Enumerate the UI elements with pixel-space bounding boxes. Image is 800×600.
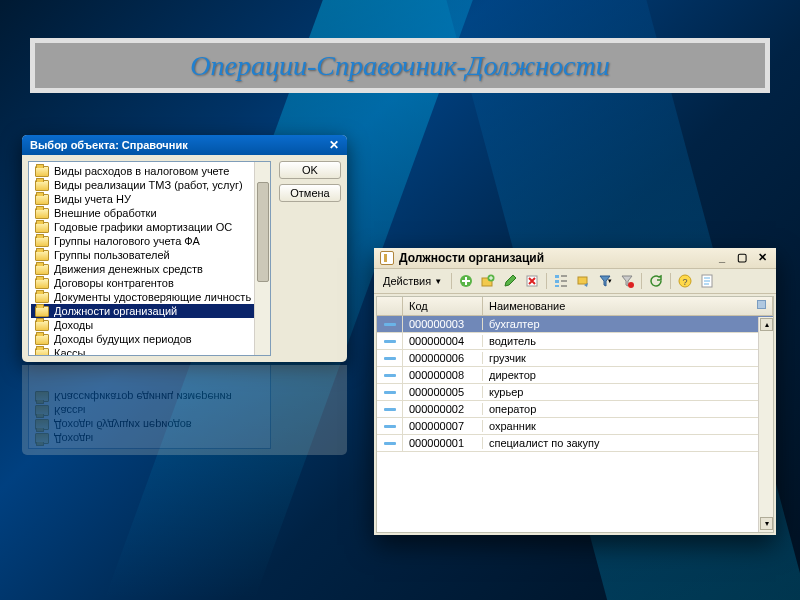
tree-item-label: Виды расходов в налоговом учете (54, 165, 229, 177)
actions-dropdown[interactable]: Действия ▼ (379, 273, 446, 289)
folder-icon (35, 208, 49, 219)
scroll-down-icon[interactable]: ▾ (760, 517, 773, 530)
chevron-down-icon: ▼ (434, 277, 442, 286)
folder-icon (35, 334, 49, 345)
tree-item-label: Договоры контрагентов (54, 277, 174, 289)
folder-icon (35, 292, 49, 303)
tree-item[interactable]: Группы пользователей (31, 248, 268, 262)
column-name[interactable]: Наименование (483, 297, 773, 315)
table-row[interactable]: 000000002оператор (377, 401, 773, 418)
refresh-icon[interactable] (647, 272, 665, 290)
row-marker-icon (384, 357, 396, 360)
tree-item[interactable]: Виды учета НУ (31, 192, 268, 206)
grid-scrollbar[interactable]: ▴ ▾ (758, 317, 773, 532)
row-marker-icon (384, 323, 396, 326)
tree-item-label: Кассы (54, 347, 85, 356)
tree-item[interactable]: Виды расходов в налоговом учете (31, 164, 268, 178)
positions-grid[interactable]: Код Наименование 000000003бухгалтер00000… (376, 296, 774, 533)
scroll-up-icon[interactable]: ▴ (760, 318, 773, 331)
svg-rect-5 (555, 280, 559, 283)
folder-icon (35, 264, 49, 275)
table-row[interactable]: 000000001специалист по закупу (377, 435, 773, 452)
svg-rect-6 (555, 285, 559, 287)
tree-item-label: Доходы будущих периодов (54, 333, 192, 345)
svg-rect-7 (578, 277, 587, 284)
tree-item-label: Доходы (54, 319, 93, 331)
select-object-dialog: Выбор объекта: Справочник ✕ Виды расходо… (22, 135, 347, 362)
filter-icon[interactable]: ▾ (596, 272, 614, 290)
tree-scrollbar[interactable] (254, 162, 270, 355)
folder-icon (35, 166, 49, 177)
tree-item[interactable]: Внешние обработки (31, 206, 268, 220)
tree-item[interactable]: Виды реализации ТМЗ (работ, услуг) (31, 178, 268, 192)
tree-item[interactable]: Кассы (31, 346, 268, 356)
positions-titlebar[interactable]: Должности организаций _ ▢ ✕ (374, 248, 776, 269)
hierarchy-icon[interactable] (552, 272, 570, 290)
column-code[interactable]: Код (403, 297, 483, 315)
cell-name: курьер (483, 386, 773, 398)
maximize-button[interactable]: ▢ (734, 251, 750, 265)
cancel-button[interactable]: Отмена (279, 184, 341, 202)
tree-item[interactable]: Годовые графики амортизации ОС (31, 220, 268, 234)
table-row[interactable]: 000000008директор (377, 367, 773, 384)
report-icon[interactable] (698, 272, 716, 290)
minimize-button[interactable]: _ (714, 251, 730, 265)
help-icon[interactable]: ? (676, 272, 694, 290)
cell-code: 000000005 (403, 386, 483, 398)
slide-title: Операции-Справочник-Должности (190, 50, 609, 82)
row-marker-icon (384, 340, 396, 343)
cell-code: 000000001 (403, 437, 483, 449)
table-row[interactable]: 000000003бухгалтер (377, 316, 773, 333)
delete-mark-icon[interactable] (523, 272, 541, 290)
add-folder-icon[interactable] (479, 272, 497, 290)
grid-header: Код Наименование (377, 297, 773, 316)
tree-item[interactable]: Доходы будущих периодов (31, 332, 268, 346)
cell-name: специалист по закупу (483, 437, 773, 449)
move-icon[interactable] (574, 272, 592, 290)
tree-item[interactable]: Доходы (31, 318, 268, 332)
slide-title-bar: Операции-Справочник-Должности (30, 38, 770, 93)
ok-button[interactable]: OK (279, 161, 341, 179)
close-icon[interactable]: ✕ (329, 139, 339, 151)
positions-window: Должности организаций _ ▢ ✕ Действия ▼ ▾… (374, 248, 776, 535)
cell-code: 000000004 (403, 335, 483, 347)
folder-icon (35, 236, 49, 247)
cell-name: охранник (483, 420, 773, 432)
tree-item[interactable]: Движения денежных средств (31, 262, 268, 276)
row-marker-icon (384, 374, 396, 377)
table-row[interactable]: 000000004водитель (377, 333, 773, 350)
cell-name: бухгалтер (483, 318, 773, 330)
table-row[interactable]: 000000006грузчик (377, 350, 773, 367)
tree-item[interactable]: Должности организаций (31, 304, 268, 318)
row-marker-icon (384, 408, 396, 411)
filter-clear-icon[interactable] (618, 272, 636, 290)
svg-rect-4 (555, 275, 559, 278)
scrollbar-thumb[interactable] (257, 182, 269, 282)
folder-icon (35, 222, 49, 233)
sort-indicator-icon (757, 300, 766, 309)
tree-item[interactable]: Документы удостоверяющие личность (31, 290, 268, 304)
cell-code: 000000003 (403, 318, 483, 330)
row-marker-icon (384, 391, 396, 394)
tree-item-label: Годовые графики амортизации ОС (54, 221, 232, 233)
tree-item-label: Группы пользователей (54, 249, 170, 261)
svg-text:?: ? (683, 277, 688, 287)
folder-icon (35, 278, 49, 289)
window-list-icon (380, 251, 394, 265)
table-row[interactable]: 000000007охранник (377, 418, 773, 435)
close-button[interactable]: ✕ (754, 251, 770, 265)
add-icon[interactable] (457, 272, 475, 290)
reference-tree-list[interactable]: Виды расходов в налоговом учетеВиды реал… (28, 161, 271, 356)
folder-icon (35, 180, 49, 191)
dialog-titlebar[interactable]: Выбор объекта: Справочник ✕ (22, 135, 347, 155)
tree-item[interactable]: Договоры контрагентов (31, 276, 268, 290)
cell-name: оператор (483, 403, 773, 415)
tree-item-label: Документы удостоверяющие личность (54, 291, 251, 303)
cell-name: грузчик (483, 352, 773, 364)
edit-icon[interactable] (501, 272, 519, 290)
table-row[interactable]: 000000005курьер (377, 384, 773, 401)
tree-item-label: Виды реализации ТМЗ (работ, услуг) (54, 179, 243, 191)
folder-icon (35, 306, 49, 317)
tree-item[interactable]: Группы налогового учета ФА (31, 234, 268, 248)
cell-code: 000000007 (403, 420, 483, 432)
